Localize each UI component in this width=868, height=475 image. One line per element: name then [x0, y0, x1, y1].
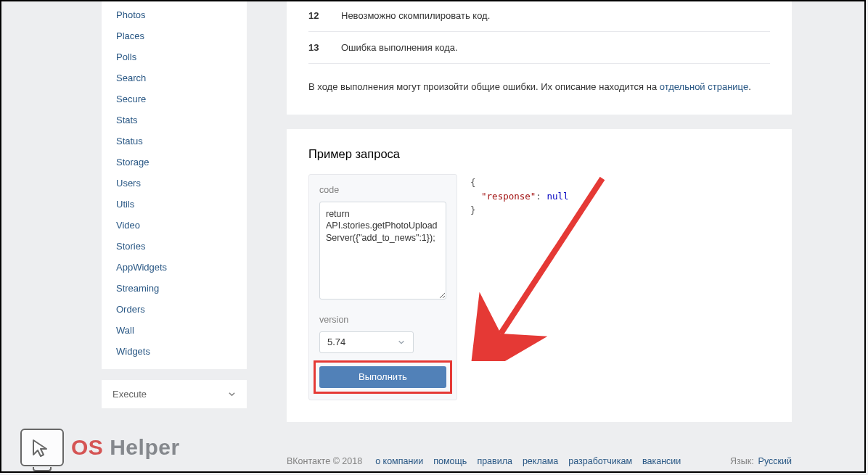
error-row: 13 Ошибка выполнения кода.: [308, 32, 770, 64]
version-value: 5.74: [327, 336, 345, 347]
errors-panel: 12 Невозможно скомпилировать код. 13 Оши…: [287, 0, 792, 115]
sidebar-item-orders[interactable]: Orders: [102, 299, 247, 320]
sidebar-item-secure[interactable]: Secure: [102, 88, 247, 110]
footer: ВКонтакте © 2018 о компании помощь прави…: [287, 442, 792, 475]
footer-copyright: ВКонтакте © 2018: [287, 456, 362, 466]
sidebar-item-stats[interactable]: Stats: [102, 110, 247, 131]
sidebar-list: Photos Places Polls Search Secure Stats …: [102, 0, 247, 369]
sidebar: Photos Places Polls Search Secure Stats …: [102, 0, 254, 475]
footer-lang-select[interactable]: Русский: [758, 456, 792, 466]
code-input[interactable]: [319, 202, 446, 300]
sidebar-item-users[interactable]: Users: [102, 173, 247, 194]
watermark: OS Helper: [20, 429, 180, 466]
sidebar-item-streaming[interactable]: Streaming: [102, 278, 247, 299]
error-message: Невозможно скомпилировать код.: [341, 10, 490, 21]
sidebar-item-video[interactable]: Video: [102, 215, 247, 236]
sidebar-item-places[interactable]: Places: [102, 25, 247, 46]
sidebar-item-utils[interactable]: Utils: [102, 194, 247, 215]
response-value: null: [546, 191, 568, 202]
footer-language: Язык: Русский: [730, 456, 792, 466]
sidebar-item-stories[interactable]: Stories: [102, 236, 247, 257]
footer-link-jobs[interactable]: вакансии: [642, 456, 681, 466]
sidebar-item-widgets[interactable]: Widgets: [102, 341, 247, 362]
sidebar-execute-label: Execute: [112, 389, 147, 400]
sidebar-item-storage[interactable]: Storage: [102, 152, 247, 173]
execute-button[interactable]: Выполнить: [319, 366, 446, 388]
main-content: 12 Невозможно скомпилировать код. 13 Оши…: [254, 0, 792, 475]
footer-link-devs[interactable]: разработчикам: [568, 456, 632, 466]
errors-note: В ходе выполнения могут произойти общие …: [308, 80, 770, 94]
example-panel: Пример запроса code version 5.74: [287, 129, 792, 422]
example-form: code version 5.74 Выполнить: [308, 174, 457, 400]
monitor-icon: [20, 429, 64, 466]
errors-note-link[interactable]: отдельной странице: [660, 81, 748, 92]
sidebar-execute-dropdown[interactable]: Execute: [102, 380, 247, 408]
sidebar-item-status[interactable]: Status: [102, 131, 247, 152]
footer-link-help[interactable]: помощь: [433, 456, 467, 466]
sidebar-item-polls[interactable]: Polls: [102, 46, 247, 67]
chevron-down-icon: [227, 390, 236, 399]
response-view: { "response": null }: [470, 174, 770, 400]
error-code: 12: [308, 10, 341, 21]
version-select[interactable]: 5.74: [319, 331, 414, 353]
error-row: 12 Невозможно скомпилировать код.: [308, 0, 770, 32]
code-label: code: [319, 185, 446, 195]
sidebar-item-search[interactable]: Search: [102, 67, 247, 88]
error-message: Ошибка выполнения кода.: [341, 42, 458, 53]
chevron-down-icon: [397, 338, 406, 347]
example-title: Пример запроса: [308, 147, 770, 161]
sidebar-item-photos[interactable]: Photos: [102, 4, 247, 25]
error-code: 13: [308, 42, 341, 53]
sidebar-item-wall[interactable]: Wall: [102, 320, 247, 341]
watermark-text: OS Helper: [71, 435, 180, 460]
response-key: "response": [481, 191, 536, 202]
footer-links: о компании помощь правила реклама разраб…: [375, 456, 681, 466]
sidebar-item-appwidgets[interactable]: AppWidgets: [102, 257, 247, 278]
footer-lang-label: Язык:: [730, 456, 754, 466]
footer-link-about[interactable]: о компании: [375, 456, 423, 466]
footer-link-rules[interactable]: правила: [477, 456, 512, 466]
version-label: version: [319, 315, 446, 325]
footer-link-ads[interactable]: реклама: [523, 456, 558, 466]
